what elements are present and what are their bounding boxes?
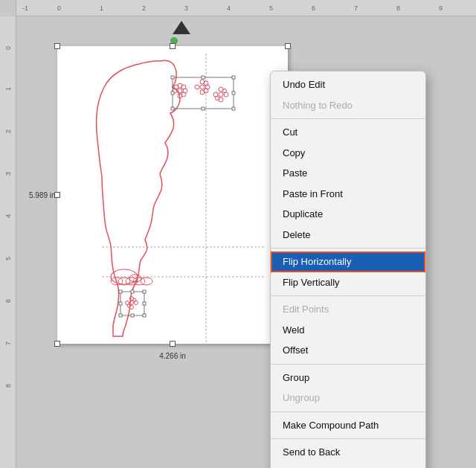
- menu-item-duplicate[interactable]: Duplicate: [271, 204, 425, 225]
- separator-4: [271, 364, 425, 365]
- menu-item-cut[interactable]: Cut: [271, 122, 425, 143]
- menu-item-undo-edit[interactable]: Undo Edit: [271, 74, 425, 95]
- menu-item-ungroup: Ungroup: [271, 388, 425, 408]
- scroll-up-arrow[interactable]: [173, 21, 190, 34]
- svg-point-32: [174, 85, 178, 89]
- menu-item-group[interactable]: Group: [271, 368, 425, 388]
- svg-text:6: 6: [4, 299, 12, 303]
- svg-rect-70: [202, 76, 205, 79]
- svg-rect-59: [143, 302, 146, 305]
- svg-rect-76: [232, 107, 235, 110]
- svg-rect-69: [171, 76, 174, 79]
- context-menu: Undo Edit Nothing to Redo Cut Copy Paste…: [270, 71, 426, 468]
- menu-item-paste-in-front[interactable]: Paste in Front: [271, 184, 425, 205]
- svg-rect-54: [120, 292, 144, 315]
- menu-item-make-compound-path[interactable]: Make Compound Path: [271, 415, 425, 436]
- svg-point-67: [141, 278, 152, 285]
- svg-text:9: 9: [439, 4, 443, 12]
- separator-3: [271, 295, 425, 296]
- svg-rect-74: [171, 107, 174, 110]
- menu-item-paste[interactable]: Paste: [271, 163, 425, 184]
- svg-rect-73: [232, 92, 235, 94]
- svg-text:7: 7: [354, 4, 358, 12]
- menu-item-send-to-back[interactable]: Send to Back: [271, 442, 425, 463]
- ruler-horizontal: -1 0 1 2 3 4 5 6 7 8 9: [16, 0, 476, 16]
- svg-point-45: [223, 89, 227, 93]
- svg-text:0: 0: [57, 4, 61, 12]
- svg-text:7: 7: [4, 342, 12, 345]
- svg-text:0: 0: [4, 46, 12, 50]
- menu-item-weld[interactable]: Weld: [271, 320, 425, 341]
- svg-point-33: [200, 85, 205, 89]
- svg-point-31: [181, 92, 186, 97]
- design-page: 4.266 in 5.989 in: [57, 46, 288, 344]
- svg-rect-72: [171, 92, 174, 94]
- menu-item-edit-points: Edit Points: [271, 299, 425, 320]
- svg-rect-62: [143, 314, 146, 317]
- svg-point-25: [178, 89, 182, 93]
- svg-point-52: [133, 298, 136, 301]
- separator-1: [271, 118, 425, 119]
- separator-5: [271, 411, 425, 412]
- svg-text:8: 8: [396, 4, 400, 12]
- svg-point-46: [216, 97, 219, 100]
- width-dimension: 4.266 in: [159, 352, 186, 360]
- separator-6: [271, 438, 425, 439]
- menu-item-offset[interactable]: Offset: [271, 340, 425, 361]
- svg-rect-71: [232, 76, 235, 79]
- svg-rect-55: [119, 290, 122, 293]
- svg-text:8: 8: [4, 384, 12, 388]
- svg-rect-58: [119, 302, 122, 305]
- svg-point-37: [195, 85, 199, 89]
- menu-item-nothing-to-redo: Nothing to Redo: [271, 95, 425, 116]
- svg-point-40: [219, 92, 223, 97]
- menu-item-copy[interactable]: Copy: [271, 143, 425, 164]
- height-dimension: 5.989 in: [29, 191, 56, 199]
- svg-rect-75: [202, 107, 205, 110]
- svg-text:3: 3: [4, 172, 12, 176]
- svg-text:1: 1: [100, 4, 103, 12]
- menu-item-bring-to-front[interactable]: Bring to Front: [271, 463, 425, 469]
- svg-text:2: 2: [4, 129, 12, 133]
- ruler-left: 0 1 2 3 4 5 6 7 8: [0, 16, 16, 468]
- svg-text:4: 4: [227, 4, 231, 12]
- svg-text:4: 4: [4, 214, 12, 218]
- separator-2: [271, 248, 425, 249]
- ruler-top: -1 0 1 2 3 4 5 6 7 8 9: [0, 0, 476, 16]
- menu-item-flip-vertically[interactable]: Flip Vertically: [271, 272, 425, 293]
- ruler-corner: [0, 0, 16, 16]
- svg-text:5: 5: [269, 4, 273, 12]
- svg-text:-1: -1: [22, 4, 28, 12]
- svg-rect-57: [143, 290, 146, 293]
- svg-text:5: 5: [4, 257, 12, 260]
- menu-item-flip-horizontally[interactable]: Flip Horizontally: [271, 251, 425, 272]
- menu-item-delete[interactable]: Delete: [271, 225, 425, 246]
- svg-text:1: 1: [4, 87, 12, 91]
- svg-text:6: 6: [312, 4, 315, 12]
- svg-text:3: 3: [184, 4, 188, 12]
- svg-rect-61: [131, 314, 134, 317]
- svg-point-30: [181, 85, 186, 89]
- svg-rect-56: [131, 290, 134, 293]
- svg-rect-60: [119, 314, 122, 317]
- svg-text:2: 2: [142, 4, 146, 12]
